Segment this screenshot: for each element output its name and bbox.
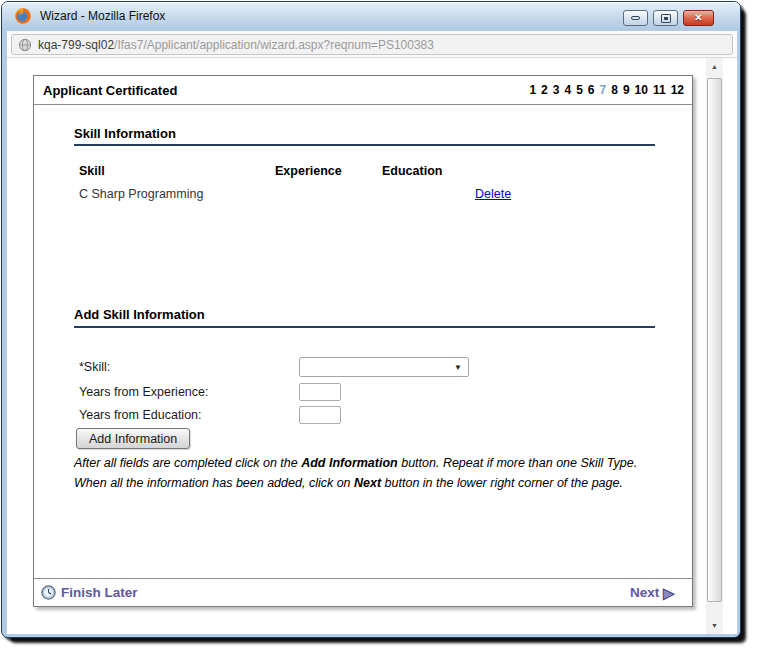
finish-later-label: Finish Later	[61, 585, 138, 600]
instructions-line-2: When all the information has been added,…	[74, 473, 674, 493]
next-label: Next	[630, 585, 659, 600]
wizard-footer: Finish Later Next ▶	[34, 578, 692, 606]
skill-select[interactable]: ▼	[299, 357, 469, 377]
pager-step-6: 6	[588, 83, 595, 97]
add-skill-information-heading: Add Skill Information	[74, 307, 205, 322]
skill-information-divider	[74, 144, 655, 146]
step-pager: 1 2 3 4 5 6 7 8 9 10 11 12	[529, 83, 684, 97]
experience-field-row: Years from Experience:	[79, 382, 341, 402]
page-title: Applicant Certificated	[43, 83, 177, 98]
pager-step-9: 9	[623, 83, 630, 97]
column-header-skill: Skill	[79, 164, 275, 178]
firefox-icon	[14, 7, 32, 25]
url-bar[interactable]: kqa-799-sql02/Ifas7/Applicant/applicatio…	[11, 34, 733, 55]
skill-information-heading: Skill Information	[74, 126, 176, 141]
pager-step-11: 11	[653, 83, 666, 97]
skill-field-row: *Skill: ▼	[79, 357, 469, 377]
pager-step-10: 10	[635, 83, 648, 97]
window-controls: ✕	[623, 10, 714, 26]
pager-step-12: 12	[671, 83, 684, 97]
pager-step-3: 3	[553, 83, 560, 97]
column-header-experience: Experience	[275, 164, 382, 178]
pager-step-5: 5	[576, 83, 583, 97]
chevron-down-icon: ▼	[454, 364, 462, 372]
next-button[interactable]: Next ▶	[630, 585, 674, 600]
add-information-button[interactable]: Add Information	[76, 428, 190, 449]
wizard-body: Skill Information Skill Experience Educa…	[34, 106, 692, 580]
pager-step-1: 1	[529, 83, 536, 97]
instructions-line-1: After all fields are completed click on …	[74, 453, 674, 473]
url-host: kqa-799-sql02	[38, 38, 114, 52]
url-text: kqa-799-sql02/Ifas7/Applicant/applicatio…	[38, 38, 434, 52]
globe-icon	[18, 38, 32, 52]
pager-step-2: 2	[541, 83, 548, 97]
pager-step-7-current: 7	[600, 83, 607, 97]
scroll-thumb[interactable]	[707, 78, 722, 602]
pager-step-8: 8	[611, 83, 618, 97]
delete-link[interactable]: Delete	[475, 187, 511, 201]
browser-window: Wizard - Mozilla Firefox ✕ kqa-799-sql02…	[1, 1, 741, 638]
page-viewport: Applicant Certificated 1 2 3 4 5 6 7 8 9…	[7, 58, 737, 634]
maximize-button[interactable]	[653, 10, 678, 26]
clock-icon	[41, 585, 56, 600]
column-header-education: Education	[382, 164, 475, 178]
finish-later-button[interactable]: Finish Later	[41, 585, 138, 600]
scroll-down-button[interactable]: ▼	[706, 617, 723, 634]
years-education-label: Years from Education:	[79, 408, 299, 422]
scroll-up-button[interactable]: ▲	[706, 58, 723, 75]
maximize-icon	[661, 14, 671, 23]
instructions-text: After all fields are completed click on …	[74, 453, 674, 493]
title-bar[interactable]: Wizard - Mozilla Firefox ✕	[2, 2, 740, 30]
skills-table: Skill Experience Education C Sharp Progr…	[79, 164, 669, 201]
screen: Wizard - Mozilla Firefox ✕ kqa-799-sql02…	[0, 0, 758, 655]
vertical-scrollbar[interactable]: ▲ ▼	[706, 58, 723, 634]
navigation-bar: kqa-799-sql02/Ifas7/Applicant/applicatio…	[7, 31, 737, 58]
minimize-icon	[631, 16, 640, 20]
skill-cell: C Sharp Programming	[79, 187, 275, 201]
years-experience-input[interactable]	[299, 383, 341, 401]
pager-step-4: 4	[564, 83, 571, 97]
skills-table-header: Skill Experience Education	[79, 164, 669, 178]
years-experience-label: Years from Experience:	[79, 385, 299, 399]
close-button[interactable]: ✕	[683, 10, 714, 26]
table-row: C Sharp Programming Delete	[79, 187, 669, 201]
skill-label: *Skill:	[79, 360, 299, 374]
next-arrow-icon: ▶	[663, 586, 674, 600]
close-icon: ✕	[694, 13, 702, 23]
education-field-row: Years from Education:	[79, 405, 341, 425]
minimize-button[interactable]	[623, 10, 648, 26]
wizard-panel: Applicant Certificated 1 2 3 4 5 6 7 8 9…	[33, 75, 693, 607]
years-education-input[interactable]	[299, 406, 341, 424]
url-path: /Ifas7/Applicant/application/wizard.aspx…	[114, 38, 434, 52]
education-cell	[382, 187, 475, 201]
wizard-header: Applicant Certificated 1 2 3 4 5 6 7 8 9…	[34, 76, 692, 105]
add-skill-information-divider	[74, 326, 655, 328]
window-title: Wizard - Mozilla Firefox	[40, 9, 165, 23]
experience-cell	[275, 187, 382, 201]
